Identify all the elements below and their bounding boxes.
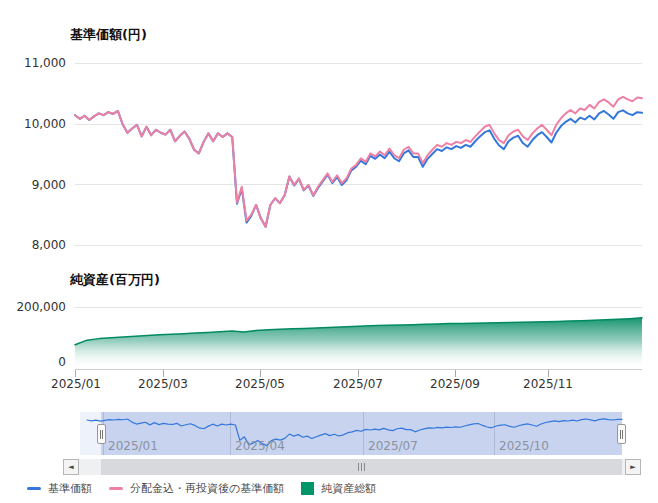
price-chart-title: 基準価額(円)	[70, 26, 147, 44]
legend-item-net-assets[interactable]: 純資産総額	[301, 481, 376, 496]
legend-label: 基準価額	[48, 481, 92, 496]
navigator-x-label: 2025/04	[235, 439, 285, 453]
fund-price-line	[75, 110, 642, 226]
square-marker-icon	[301, 482, 314, 495]
scrollbar-thumb[interactable]	[101, 459, 622, 475]
x-axis-label: 2025/03	[131, 377, 195, 392]
scroll-left-button[interactable]: ◄	[63, 459, 79, 475]
legend-item-reinvested-price[interactable]: 分配金込・再投資後の基準価額	[109, 481, 284, 496]
navigator-right-handle[interactable]	[617, 424, 626, 444]
x-axis-label: 2025/07	[326, 377, 390, 392]
scroll-right-button[interactable]: ►	[625, 459, 641, 475]
line-marker-icon	[27, 487, 41, 490]
legend-label: 純資産総額	[321, 481, 376, 496]
price-y-axis-label: 11,000	[0, 55, 66, 71]
navigator-left-handle[interactable]	[97, 424, 106, 444]
left-arrow-icon: ◄	[68, 464, 73, 471]
asset-chart-title: 純資産(百万円)	[70, 271, 160, 289]
legend-item-fund-price[interactable]: 基準価額	[27, 481, 92, 496]
navigator-x-label: 2025/10	[499, 439, 549, 453]
scrollbar-grip-icon	[358, 463, 365, 471]
line-marker-icon	[109, 487, 123, 490]
price-y-axis-label: 10,000	[0, 116, 66, 132]
price-y-axis-label: 8,000	[0, 237, 66, 253]
x-axis-label: 2025/01	[44, 377, 108, 392]
net-assets-area	[75, 318, 642, 369]
fund-performance-widget: 基準価額(円) 11,000 10,000 9,000 8,000 純資産(百万…	[0, 0, 658, 503]
navigator-x-label: 2025/07	[368, 439, 418, 453]
price-gridlines	[75, 64, 642, 246]
asset-y-axis-label: 200,000	[0, 299, 66, 315]
right-arrow-icon: ►	[630, 464, 635, 471]
x-axis-label: 2025/11	[516, 377, 580, 392]
price-y-axis-label: 9,000	[0, 177, 66, 193]
legend-label: 分配金込・再投資後の基準価額	[130, 481, 284, 496]
reinvested-price-line	[75, 97, 642, 227]
asset-y-axis-label: 0	[0, 354, 66, 370]
x-axis-label: 2025/09	[423, 377, 487, 392]
x-axis-label: 2025/05	[228, 377, 292, 392]
navigator-x-label: 2025/01	[108, 439, 158, 453]
legend: 基準価額 分配金込・再投資後の基準価額 純資産総額	[27, 481, 376, 496]
